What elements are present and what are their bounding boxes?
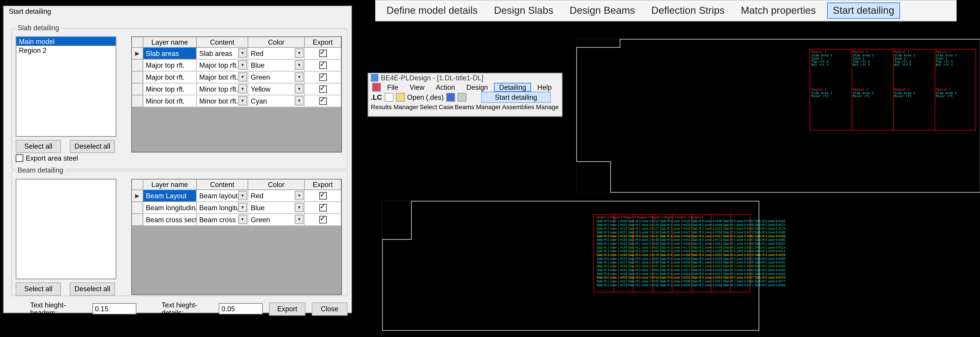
toolbar-start-detailing[interactable]: Start detailing [827, 3, 900, 19]
chevron-down-icon[interactable]: ▾ [238, 72, 247, 82]
cell-content[interactable]: Beam layout▾ [197, 190, 248, 202]
chevron-down-icon[interactable]: ▾ [238, 48, 247, 58]
cell-layer[interactable]: Slab areas [143, 47, 197, 60]
cad-viewport-bottom[interactable]: Region 1 Region 2 Region 3 Region 4 Regi… [382, 201, 759, 331]
beam-select-all-button[interactable]: Select all [16, 282, 61, 296]
chevron-down-icon[interactable]: ▾ [295, 215, 304, 224]
col-layer-name[interactable]: Layer name [143, 180, 197, 190]
bottombar-beams-manager[interactable]: Beams Manager [455, 104, 501, 111]
chevron-down-icon[interactable]: ▾ [295, 84, 304, 93]
table-row[interactable]: ▶ Slab areas Slab areas▾ Red▾ [132, 47, 341, 60]
slab-deselect-all-button[interactable]: Deselect all [70, 140, 115, 153]
menu-help[interactable]: Help [533, 83, 557, 92]
table-row[interactable]: Minor top rft. Minor top rft.▾ Yellow▾ [132, 84, 341, 95]
cell-color[interactable]: Green▾ [248, 71, 305, 84]
cell-export[interactable] [305, 95, 341, 108]
toolbar-deflection-strips[interactable]: Deflection Strips [646, 3, 730, 18]
export-button[interactable]: Export [269, 302, 305, 315]
cell-layer[interactable]: Beam Layout [143, 190, 197, 202]
chevron-down-icon[interactable]: ▾ [295, 96, 304, 106]
chevron-down-icon[interactable]: ▾ [238, 203, 247, 212]
cell-layer[interactable]: Beam longitudinal... [143, 202, 197, 214]
chevron-down-icon[interactable]: ▾ [238, 96, 247, 106]
bottombar-select-case[interactable]: Select Case [420, 104, 453, 111]
slab-layers-grid[interactable]: Layer name Content Color Export ▶ Slab a… [131, 36, 342, 152]
beam-deselect-all-button[interactable]: Deselect all [70, 282, 115, 296]
table-row[interactable]: ▶ Beam Layout Beam layout▾ Red▾ [132, 190, 341, 202]
cell-export[interactable] [305, 47, 341, 60]
cell-color[interactable]: Green▾ [248, 214, 305, 226]
col-export[interactable]: Export [305, 37, 341, 47]
table-row[interactable]: Beam longitudinal... Beam longitu...▾ Bl… [132, 202, 341, 214]
open-folder-icon[interactable] [396, 93, 405, 102]
col-content[interactable]: Content [197, 37, 248, 47]
cell-content[interactable]: Major top rft.▾ [197, 60, 248, 71]
cell-content[interactable]: Slab areas▾ [197, 47, 248, 60]
cell-color[interactable]: Cyan▾ [248, 95, 305, 108]
open-des-button[interactable]: Open (.des) [407, 93, 444, 101]
chevron-down-icon[interactable]: ▾ [295, 72, 304, 82]
slab-region-listbox[interactable]: Main model Region 2 [16, 36, 116, 137]
beam-region-listbox[interactable] [16, 179, 116, 279]
export-area-steel-checkbox[interactable]: Export area steel [16, 154, 78, 162]
cell-color[interactable]: Blue▾ [248, 202, 305, 214]
cell-export[interactable] [305, 71, 341, 84]
cell-color[interactable]: Red▾ [248, 190, 305, 202]
col-color[interactable]: Color [248, 37, 305, 47]
toolbar-design-beams[interactable]: Design Beams [565, 3, 640, 18]
text-height-headers-input[interactable] [92, 303, 137, 315]
print-icon[interactable] [457, 93, 466, 102]
chevron-down-icon[interactable]: ▾ [238, 215, 247, 224]
cell-export[interactable] [305, 190, 341, 202]
chevron-down-icon[interactable]: ▾ [295, 191, 304, 200]
close-button[interactable]: Close [312, 302, 347, 315]
cell-layer[interactable]: Major top rft. [143, 60, 197, 71]
toolbar-match-properties[interactable]: Match properties [736, 3, 821, 18]
cell-color[interactable]: Yellow▾ [248, 84, 305, 95]
lc-icon[interactable]: .LC [371, 93, 382, 101]
cell-content[interactable]: Major bot rft.▾ [197, 71, 248, 84]
cell-layer[interactable]: Minor top rft. [143, 84, 197, 95]
list-item[interactable]: Region 2 [16, 46, 116, 55]
toolbar-design-slabs[interactable]: Design Slabs [489, 3, 558, 18]
cell-export[interactable] [305, 202, 341, 214]
cad-viewport-top[interactable]: Region 1Slab Area 1Zone 1Top rft XBot rf… [576, 39, 980, 193]
cell-layer[interactable]: Major bot rft. [143, 71, 197, 84]
col-export[interactable]: Export [305, 180, 341, 190]
slab-select-all-button[interactable]: Select all [16, 140, 61, 153]
table-row[interactable]: Beam cross secti... Beam cross s...▾ Gre… [132, 214, 341, 226]
cell-export[interactable] [305, 84, 341, 95]
menu-view[interactable]: View [405, 83, 430, 92]
cell-content[interactable]: Minor bot rft.▾ [197, 95, 248, 108]
chevron-down-icon[interactable]: ▾ [238, 84, 247, 93]
cell-content[interactable]: Beam cross s...▾ [197, 214, 248, 226]
bottombar-results-manager[interactable]: Results Manager [371, 104, 418, 111]
save-icon[interactable] [446, 93, 455, 102]
col-color[interactable]: Color [248, 180, 305, 190]
cell-layer[interactable]: Minor bot rft. [143, 95, 197, 108]
cell-export[interactable] [305, 214, 341, 226]
chevron-down-icon[interactable]: ▾ [295, 60, 304, 70]
table-row[interactable]: Minor bot rft. Minor bot rft.▾ Cyan▾ [132, 95, 341, 108]
menu-file[interactable]: File [382, 83, 404, 92]
menu-design[interactable]: Design [461, 83, 493, 92]
bottombar-assemblies-manager[interactable]: Assemblies Manage [502, 104, 559, 111]
col-layer-name[interactable]: Layer name [143, 37, 197, 47]
beam-layers-grid[interactable]: Layer name Content Color Export ▶ Beam L… [131, 179, 342, 295]
chevron-down-icon[interactable]: ▾ [238, 191, 247, 200]
chevron-down-icon[interactable]: ▾ [295, 48, 304, 58]
cell-layer[interactable]: Beam cross secti... [143, 214, 197, 226]
cell-color[interactable]: Blue▾ [248, 60, 305, 71]
menu-action[interactable]: Action [431, 83, 460, 92]
cell-export[interactable] [305, 60, 341, 71]
new-file-icon[interactable] [385, 93, 393, 102]
toolbar-define-model-details[interactable]: Define model details [382, 3, 483, 18]
col-content[interactable]: Content [197, 180, 248, 190]
cell-content[interactable]: Beam longitu...▾ [197, 202, 248, 214]
chevron-down-icon[interactable]: ▾ [238, 60, 247, 70]
text-height-details-input[interactable] [219, 303, 263, 315]
cell-color[interactable]: Red▾ [248, 47, 305, 60]
table-row[interactable]: Major top rft. Major top rft.▾ Blue▾ [132, 60, 341, 71]
chevron-down-icon[interactable]: ▾ [295, 203, 304, 212]
menu-detailing[interactable]: Detailing [494, 83, 531, 92]
